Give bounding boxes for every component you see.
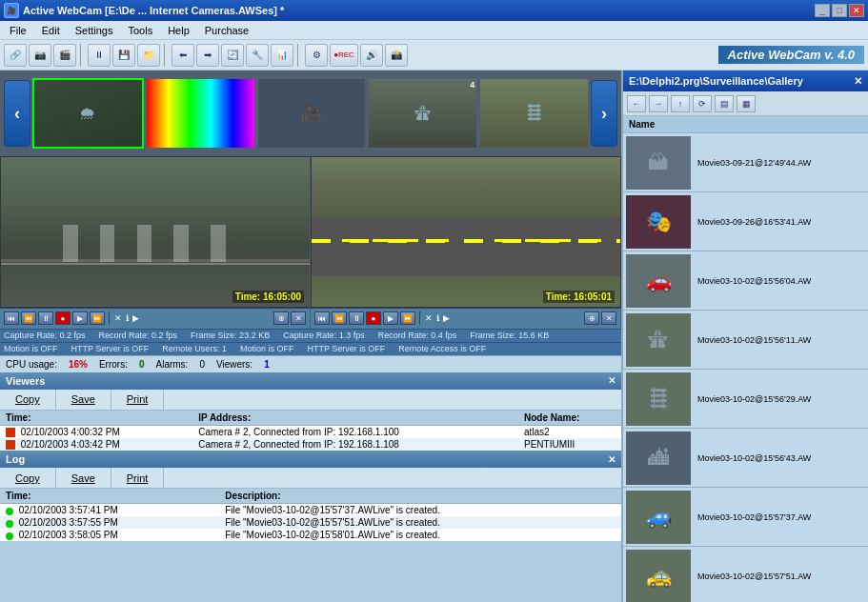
- menu-file[interactable]: File: [2, 23, 34, 38]
- toolbar-btn-5[interactable]: 💾: [112, 44, 135, 67]
- log-copy-btn[interactable]: Copy: [0, 468, 56, 488]
- strip-prev-button[interactable]: ‹: [4, 80, 30, 147]
- cam-status-row-2: Motion is OFF HTTP Server is OFF Remote …: [0, 342, 621, 355]
- log-print-btn[interactable]: Print: [111, 468, 165, 488]
- viewers-copy-btn[interactable]: Copy: [0, 390, 56, 410]
- title-bar: 🎥 Active WebCam [E:\De ... Internet Came…: [0, 0, 868, 21]
- log-row2-time: 02/10/2003 3:57:55 PM: [0, 516, 219, 529]
- gallery-item-2[interactable]: 🎭 Movie03-09-26@16'53'41.AW: [623, 192, 868, 251]
- gallery-title-bar: E:\Delphi2.prg\Surveillance\Gallery ✕: [623, 70, 868, 91]
- toolbar-btn-2[interactable]: 📷: [29, 44, 51, 67]
- cam1-play-btn[interactable]: ▶: [72, 311, 88, 325]
- gallery-view1-btn[interactable]: ▤: [715, 95, 734, 112]
- toolbar-btn-9[interactable]: 🔄: [221, 44, 244, 67]
- toolbar-btn-10[interactable]: 🔧: [246, 44, 269, 67]
- gallery-refresh-btn[interactable]: ⟳: [693, 95, 712, 112]
- gallery-up-btn[interactable]: ↑: [671, 95, 690, 112]
- cam1-rew-btn[interactable]: ⏪: [21, 311, 36, 325]
- gallery-item-3[interactable]: 🚗 Movie03-10-02@15'56'04.AW: [623, 251, 868, 311]
- menu-settings[interactable]: Settings: [68, 23, 121, 38]
- cam2-rew-btn[interactable]: ⏪: [332, 311, 347, 325]
- gallery-item-6[interactable]: 🏙 Movie03-10-02@15'56'43.AW: [623, 429, 868, 488]
- cam1-rec-btn[interactable]: ●: [55, 311, 71, 325]
- close-button[interactable]: ✕: [849, 4, 864, 17]
- gallery-item-4[interactable]: 🛣 Movie03-10-02@15'56'11.AW: [623, 311, 868, 370]
- cam1-prev-btn[interactable]: ⏮: [4, 311, 19, 325]
- toolbar-btn-4[interactable]: ⏸: [88, 44, 111, 67]
- gallery-thumb-6: 🏙: [626, 431, 691, 485]
- gallery-item-5[interactable]: 🛤 Movie03-10-02@15'56'29.AW: [623, 370, 868, 429]
- log-close-btn[interactable]: ✕: [608, 454, 616, 465]
- strip-next-button[interactable]: ›: [591, 80, 617, 147]
- gallery-close-btn[interactable]: ✕: [854, 75, 862, 88]
- toolbar-btn-13[interactable]: 🔊: [360, 44, 383, 67]
- thumb-number-label: 4: [470, 80, 474, 90]
- cam2-frame-size: Frame Size: 15.6 KB: [470, 331, 549, 340]
- toolbar-btn-rec[interactable]: ●REC: [330, 44, 358, 67]
- cam2-info-icon: ✕: [425, 313, 433, 323]
- menu-bar: File Edit Settings Tools Help Purchase: [0, 21, 868, 40]
- viewers-save-btn[interactable]: Save: [56, 390, 111, 410]
- toolbar-btn-8[interactable]: ➡: [196, 44, 219, 67]
- toolbar-btn-1[interactable]: 🔗: [4, 44, 27, 67]
- camera-thumb-5[interactable]: 🛤: [479, 78, 589, 149]
- gallery-item-name-6: Movie03-10-02@15'56'43.AW: [694, 452, 815, 465]
- gallery-forward-btn[interactable]: →: [649, 95, 668, 112]
- cam2-rec-btn[interactable]: ●: [366, 311, 381, 325]
- viewers-print-btn[interactable]: Print: [111, 390, 165, 410]
- viewers-value: 1: [264, 359, 270, 370]
- toolbar-btn-12[interactable]: ⚙: [305, 44, 328, 67]
- gallery-item-8[interactable]: 🚕 Movie03-10-02@15'57'51.AW: [623, 547, 868, 602]
- toolbar-btn-11[interactable]: 📊: [271, 44, 293, 67]
- toolbar-btn-7[interactable]: ⬅: [172, 44, 194, 67]
- toolbar-btn-3[interactable]: 🎬: [53, 44, 76, 67]
- gallery-item-name-3: Movie03-10-02@15'56'04.AW: [694, 274, 815, 288]
- alarms-label: Alarms:: [156, 359, 189, 370]
- cam2-del-btn[interactable]: ✕: [601, 311, 616, 325]
- cam2-settings-icon: ℹ: [436, 313, 439, 323]
- cam2-ff-btn[interactable]: ⏩: [400, 311, 415, 325]
- gallery-thumb-2: 🎭: [626, 195, 691, 249]
- menu-tools[interactable]: Tools: [120, 23, 160, 38]
- right-panel: E:\Delphi2.prg\Surveillance\Gallery ✕ ← …: [621, 70, 868, 602]
- menu-edit[interactable]: Edit: [34, 23, 68, 38]
- gallery-back-btn[interactable]: ←: [627, 95, 646, 112]
- toolbar-btn-14[interactable]: 📸: [385, 44, 408, 67]
- log-dot-3: [6, 532, 13, 540]
- left-panel: ‹ 🌧 🎥 🛣 4 🛤 ›: [0, 70, 621, 602]
- gallery-item-1[interactable]: 🏔 Movie03-09-21@12'49'44.AW: [623, 133, 868, 192]
- camera-thumb-colorbar[interactable]: [146, 78, 255, 149]
- gallery-scroll[interactable]: 🏔 Movie03-09-21@12'49'44.AW 🎭 Movie03-09…: [623, 133, 868, 602]
- toolbar-btn-6[interactable]: 📁: [137, 44, 160, 67]
- log-col-time: Time:: [0, 489, 219, 504]
- cam1-pause-btn[interactable]: ⏸: [38, 311, 53, 325]
- viewer-row1-ip: Camera # 2, Connected from IP: 192.168.1…: [192, 425, 518, 438]
- gallery-view2-btn[interactable]: ▦: [737, 95, 756, 112]
- viewers-close-btn[interactable]: ✕: [608, 375, 616, 386]
- cam2-pause-btn[interactable]: ⏸: [349, 311, 364, 325]
- log-save-btn[interactable]: Save: [56, 468, 111, 488]
- cam1-ff-btn[interactable]: ⏩: [90, 311, 105, 325]
- cam2-prev-btn[interactable]: ⏮: [314, 311, 330, 325]
- camera-views: Time: 16:05:00 Time: 16:05:01: [0, 156, 621, 308]
- minimize-button[interactable]: _: [815, 4, 830, 17]
- viewer-row1-node: atlas2: [518, 425, 621, 438]
- cam1-copy-btn[interactable]: ⊕: [273, 311, 289, 325]
- main-layout: ‹ 🌧 🎥 🛣 4 🛤 ›: [0, 70, 868, 602]
- camera-thumb-4[interactable]: 🛣 4: [368, 78, 477, 149]
- cam2-http: HTTP Server is OFF: [307, 344, 385, 353]
- cam2-play-btn[interactable]: ▶: [383, 311, 398, 325]
- log-section-header: Log ✕: [0, 451, 621, 468]
- gallery-thumb-5: 🛤: [626, 372, 691, 426]
- cam1-del-btn[interactable]: ✕: [291, 311, 306, 325]
- menu-help[interactable]: Help: [160, 23, 197, 38]
- cam2-copy-btn[interactable]: ⊕: [584, 311, 599, 325]
- camera-thumb-3[interactable]: 🎥: [257, 78, 367, 149]
- cam1-info-icon: ✕: [114, 313, 122, 323]
- gallery-item-7[interactable]: 🚙 Movie03-10-02@15'57'37.AW: [623, 488, 868, 547]
- camera-thumb-1[interactable]: 🌧: [32, 78, 144, 149]
- table-row: 02/10/2003 4:03:42 PM Camera # 2, Connec…: [0, 438, 621, 451]
- cam2-timestamp: Time: 16:05:01: [543, 291, 615, 303]
- maximize-button[interactable]: □: [832, 4, 847, 17]
- menu-purchase[interactable]: Purchase: [197, 23, 256, 38]
